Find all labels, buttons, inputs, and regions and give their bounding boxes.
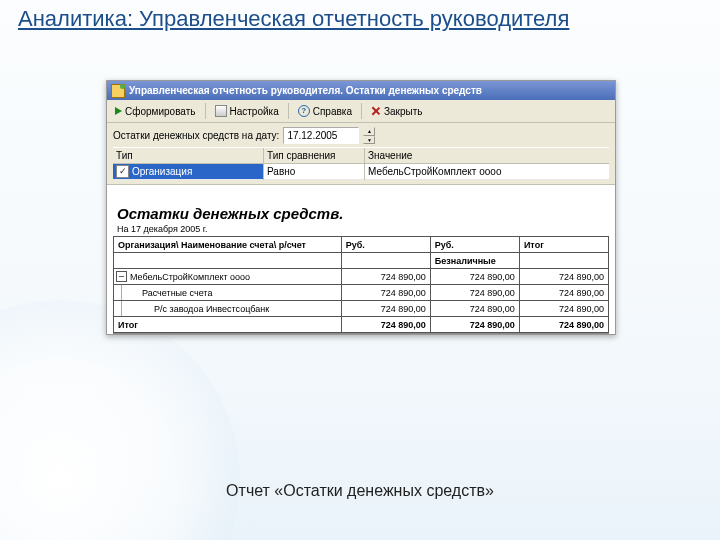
play-icon [115,107,122,115]
grid-header-value[interactable]: Значение [365,148,609,164]
close-button[interactable]: Закрыть [366,101,428,121]
cell-value: 724 890,00 [430,301,519,317]
settings-button[interactable]: Настройка [210,101,284,121]
report-subtitle: На 17 декабря 2005 г. [113,224,609,236]
col-total: Итог [519,237,608,253]
report-table: Организация\ Наименование счета\ р/счет … [113,236,609,333]
cell-value: 724 890,00 [430,285,519,301]
table-row[interactable]: Расчетные счета724 890,00724 890,00724 8… [114,285,609,301]
col-rub2: Руб. [430,237,519,253]
cell-account: Р/с заводоа Инвестсоцбанк [114,301,342,317]
date-label: Остатки денежных средств на дату: [113,130,279,141]
filter-row-comparison[interactable]: Равно [264,164,364,180]
date-input[interactable]: 17.12.2005 [283,127,359,144]
filter-row-type[interactable]: ✓ Организация [113,164,263,180]
slide-caption: Отчет «Остатки денежных средств» [0,482,720,500]
table-subheader-row: Безналичные [114,253,609,269]
cell-value: 724 890,00 [519,285,608,301]
filter-grid: Тип ✓ Организация Тип сравнения Равно Зн… [113,147,609,180]
report-canvas: Остатки денежных средств. На 17 декабря … [107,185,615,334]
help-button[interactable]: ? Справка [293,101,357,121]
form-button[interactable]: Сформировать [110,101,201,121]
report-title: Остатки денежных средств. [113,205,609,224]
separator [288,103,289,119]
cell-value: 724 890,00 [341,317,430,333]
gear-icon [215,105,227,117]
table-row[interactable]: Р/с заводоа Инвестсоцбанк724 890,00724 8… [114,301,609,317]
cell-value: 724 890,00 [341,285,430,301]
close-icon [371,106,381,116]
col-rub1: Руб. [341,237,430,253]
report-window: Управленческая отчетность руководителя. … [106,80,616,335]
cell-value: 724 890,00 [519,269,608,285]
grid-header-comparison[interactable]: Тип сравнения [264,148,364,164]
filters-panel: Остатки денежных средств на дату: 17.12.… [107,123,615,185]
cell-value: 724 890,00 [519,317,608,333]
separator [205,103,206,119]
toolbar: Сформировать Настройка ? Справка Закрыть [107,100,615,123]
collapse-icon[interactable]: – [116,271,127,282]
table-row[interactable]: –МебельСтройКомплект оооо724 890,00724 8… [114,269,609,285]
cell-account: Итог [114,317,342,333]
cell-value: 724 890,00 [430,269,519,285]
cell-value: 724 890,00 [341,301,430,317]
window-titlebar[interactable]: Управленческая отчетность руководителя. … [107,81,615,100]
table-header-row: Организация\ Наименование счета\ р/счет … [114,237,609,253]
grid-header-type[interactable]: Тип [113,148,263,164]
window-title: Управленческая отчетность руководителя. … [129,85,482,96]
decorative-halo [0,300,240,540]
cell-account: Расчетные счета [114,285,342,301]
separator [361,103,362,119]
cell-account: –МебельСтройКомплект оооо [114,269,342,285]
col-account: Организация\ Наименование счета\ р/счет [114,237,342,253]
cell-value: 724 890,00 [341,269,430,285]
cell-value: 724 890,00 [430,317,519,333]
table-row[interactable]: Итог724 890,00724 890,00724 890,00 [114,317,609,333]
filter-row-value[interactable]: МебельСтройКомплект оооо [365,164,609,180]
checkbox-icon[interactable]: ✓ [116,165,129,178]
app-icon [111,84,125,98]
slide-title: Аналитика: Управленческая отчетность рук… [18,6,569,32]
help-icon: ? [298,105,310,117]
date-spinner[interactable]: ▲▼ [363,127,375,144]
cell-value: 724 890,00 [519,301,608,317]
